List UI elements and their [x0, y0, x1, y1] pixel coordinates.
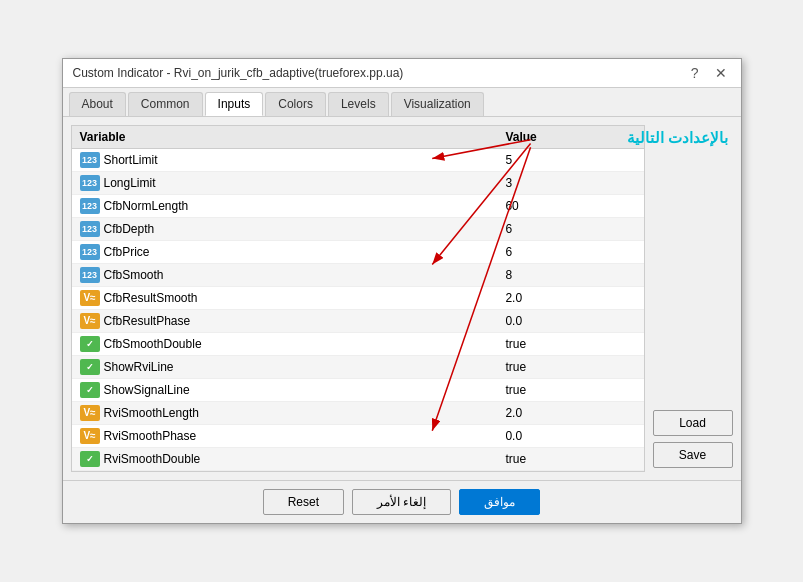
value-cell[interactable]: 0.0 — [497, 310, 643, 333]
var-name: ShowRviLine — [104, 360, 174, 374]
table-row[interactable]: V≈ RviSmoothLength 2.0 — [72, 402, 644, 425]
table-row[interactable]: 123 CfbDepth 6 — [72, 218, 644, 241]
type-icon: 123 — [80, 175, 100, 191]
var-name: RviSmoothLength — [104, 406, 199, 420]
var-name: CfbPrice — [104, 245, 150, 259]
table-row[interactable]: 123 LongLimit 3 — [72, 172, 644, 195]
value-cell[interactable]: 60 — [497, 195, 643, 218]
tab-bar: About Common Inputs Colors Levels Visual… — [63, 88, 741, 117]
var-cell: 123 CfbPrice — [72, 241, 498, 264]
title-bar: Custom Indicator - Rvi_on_jurik_cfb_adap… — [63, 59, 741, 88]
value-cell[interactable]: 5 — [497, 149, 643, 172]
inputs-table-container: Variable Value 123 ShortLimit 5 123 Long… — [71, 125, 645, 472]
var-name: RviSmoothDouble — [104, 452, 201, 466]
tab-colors[interactable]: Colors — [265, 92, 326, 116]
type-icon: 123 — [80, 221, 100, 237]
var-name: RviSmoothPhase — [104, 429, 197, 443]
var-name: CfbNormLength — [104, 199, 189, 213]
value-cell[interactable]: true — [497, 448, 643, 471]
tab-visualization[interactable]: Visualization — [391, 92, 484, 116]
type-icon: 123 — [80, 198, 100, 214]
type-icon: V≈ — [80, 313, 100, 329]
table-row[interactable]: 123 ShortLimit 5 — [72, 149, 644, 172]
var-name: CfbSmoothDouble — [104, 337, 202, 351]
tab-about[interactable]: About — [69, 92, 126, 116]
type-icon: 123 — [80, 267, 100, 283]
var-cell: V≈ RviSmoothLength — [72, 402, 498, 425]
table-row[interactable]: ✓ CfbSmoothDouble true — [72, 333, 644, 356]
var-cell: ✓ ShowRviLine — [72, 356, 498, 379]
type-icon: V≈ — [80, 290, 100, 306]
var-cell: 123 CfbSmooth — [72, 264, 498, 287]
inputs-table: Variable Value 123 ShortLimit 5 123 Long… — [72, 126, 644, 471]
type-icon: V≈ — [80, 428, 100, 444]
side-buttons: Load Save — [653, 125, 733, 472]
table-row[interactable]: 123 CfbPrice 6 — [72, 241, 644, 264]
type-icon: ✓ — [80, 382, 100, 398]
var-cell: 123 LongLimit — [72, 172, 498, 195]
save-button[interactable]: Save — [653, 442, 733, 468]
var-name: CfbResultSmooth — [104, 291, 198, 305]
type-icon: V≈ — [80, 405, 100, 421]
col-value: Value — [497, 126, 643, 149]
col-variable: Variable — [72, 126, 498, 149]
var-cell: 123 ShortLimit — [72, 149, 498, 172]
tab-levels[interactable]: Levels — [328, 92, 389, 116]
table-row[interactable]: ✓ RviSmoothDouble true — [72, 448, 644, 471]
dialog-title: Custom Indicator - Rvi_on_jurik_cfb_adap… — [73, 66, 404, 80]
type-icon: 123 — [80, 152, 100, 168]
value-cell[interactable]: 0.0 — [497, 425, 643, 448]
title-controls: ? ✕ — [687, 65, 731, 81]
var-cell: V≈ RviSmoothPhase — [72, 425, 498, 448]
value-cell[interactable]: true — [497, 379, 643, 402]
reset-button[interactable]: Reset — [263, 489, 344, 515]
value-cell[interactable]: 8 — [497, 264, 643, 287]
table-row[interactable]: 123 CfbNormLength 60 — [72, 195, 644, 218]
cancel-button[interactable]: إلغاء الأمر — [352, 489, 451, 515]
var-cell: V≈ CfbResultPhase — [72, 310, 498, 333]
help-button[interactable]: ? — [687, 65, 703, 81]
content-area: Variable Value 123 ShortLimit 5 123 Long… — [63, 117, 741, 480]
tab-inputs[interactable]: Inputs — [205, 92, 264, 116]
var-cell: ✓ RviSmoothDouble — [72, 448, 498, 471]
var-name: CfbSmooth — [104, 268, 164, 282]
value-cell[interactable]: 3 — [497, 172, 643, 195]
var-name: CfbResultPhase — [104, 314, 191, 328]
var-name: ShortLimit — [104, 153, 158, 167]
type-icon: ✓ — [80, 336, 100, 352]
var-name: CfbDepth — [104, 222, 155, 236]
var-cell: V≈ CfbResultSmooth — [72, 287, 498, 310]
table-row[interactable]: V≈ CfbResultSmooth 2.0 — [72, 287, 644, 310]
type-icon: ✓ — [80, 359, 100, 375]
value-cell[interactable]: 2.0 — [497, 287, 643, 310]
dialog: Custom Indicator - Rvi_on_jurik_cfb_adap… — [62, 58, 742, 524]
close-button[interactable]: ✕ — [711, 65, 731, 81]
table-row[interactable]: ✓ ShowRviLine true — [72, 356, 644, 379]
var-cell: ✓ CfbSmoothDouble — [72, 333, 498, 356]
value-cell[interactable]: 2.0 — [497, 402, 643, 425]
type-icon: 123 — [80, 244, 100, 260]
value-cell[interactable]: true — [497, 333, 643, 356]
value-cell[interactable]: true — [497, 356, 643, 379]
value-cell[interactable]: 6 — [497, 241, 643, 264]
var-cell: ✓ ShowSignalLine — [72, 379, 498, 402]
var-cell: 123 CfbDepth — [72, 218, 498, 241]
footer: Reset إلغاء الأمر موافق — [63, 480, 741, 523]
tab-common[interactable]: Common — [128, 92, 203, 116]
var-name: LongLimit — [104, 176, 156, 190]
table-row[interactable]: 123 CfbSmooth 8 — [72, 264, 644, 287]
ok-button[interactable]: موافق — [459, 489, 540, 515]
type-icon: ✓ — [80, 451, 100, 467]
table-row[interactable]: ✓ ShowSignalLine true — [72, 379, 644, 402]
table-row[interactable]: V≈ RviSmoothPhase 0.0 — [72, 425, 644, 448]
value-cell[interactable]: 6 — [497, 218, 643, 241]
load-button[interactable]: Load — [653, 410, 733, 436]
var-cell: 123 CfbNormLength — [72, 195, 498, 218]
var-name: ShowSignalLine — [104, 383, 190, 397]
table-row[interactable]: V≈ CfbResultPhase 0.0 — [72, 310, 644, 333]
